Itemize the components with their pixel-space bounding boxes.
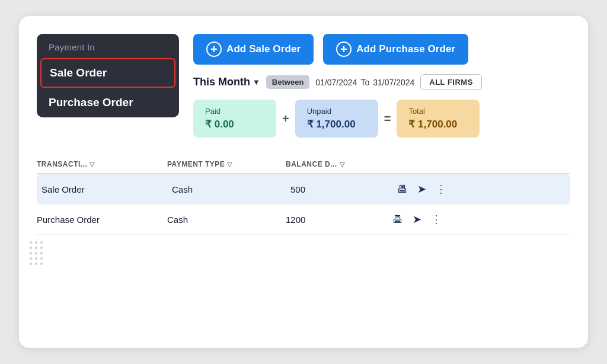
summary-row: Paid ₹ 0.00 + Unpaid ₹ 1,700.00 = Total … [193,100,570,138]
main-card: Payment In Sale Order Purchase Order + A… [19,16,588,348]
sidebar-item-purchase-order[interactable]: Purchase Order [37,88,179,117]
th-payment-type: PAYMENT TYPE ▽ [167,160,286,168]
add-purchase-order-label: Add Purchase Order [356,43,455,55]
th-payment-type-label: PAYMENT TYPE [167,160,225,168]
th-transaction-label: TRANSACTI... [37,160,87,168]
sidebar-item-sale-order-label: Sale Order [50,66,107,79]
date-from: 01/07/2024 [315,78,357,87]
plus-separator: + [282,112,289,126]
table-row: Purchase Order Cash 1200 🖶 ➤ ⋮ [37,205,570,235]
date-range: 01/07/2024 To 31/07/2024 [315,78,414,87]
paid-label: Paid [205,107,264,116]
print-icon-1[interactable]: 🖶 [397,183,408,196]
more-options-icon-2[interactable]: ⋮ [431,213,443,226]
td-payment-type-2: Cash [167,215,286,225]
th-balance-label: BALANCE D... [286,160,337,168]
unpaid-amount: ₹ 1,700.00 [307,118,366,130]
row-actions-1: 🖶 ➤ ⋮ [397,183,566,196]
more-options-icon-1[interactable]: ⋮ [436,183,448,196]
sidebar-menu: Payment In Sale Order Purchase Order [37,34,179,117]
share-icon-2[interactable]: ➤ [413,213,421,226]
sidebar-item-purchase-order-label: Purchase Order [49,96,133,108]
table-row: Sale Order Cash 500 🖶 ➤ ⋮ [37,174,570,205]
add-sale-order-icon: + [206,41,222,57]
right-panel: + Add Sale Order + Add Purchase Order Th… [193,34,570,138]
add-sale-order-button[interactable]: + Add Sale Order [193,34,314,65]
payment-type-filter-icon[interactable]: ▽ [227,161,232,168]
unpaid-label: Unpaid [307,107,366,116]
dots-decoration [30,241,43,265]
td-balance-2: 1200 [286,215,392,225]
unpaid-card: Unpaid ₹ 1,700.00 [295,100,378,138]
add-purchase-order-button[interactable]: + Add Purchase Order [323,34,468,65]
th-transaction: TRANSACTI... ▽ [37,160,167,168]
row-actions-2: 🖶 ➤ ⋮ [392,213,570,226]
sidebar-header: Payment In [37,34,179,58]
th-balance: BALANCE D... ▽ [286,160,392,168]
all-firms-button[interactable]: ALL FIRMS [420,74,482,90]
date-to: 31/07/2024 [373,78,414,87]
th-actions [392,160,570,168]
total-amount: ₹ 1,700.00 [408,118,468,130]
date-to-label: To [360,78,369,87]
print-icon-2[interactable]: 🖶 [392,213,403,226]
table-header: TRANSACTI... ▽ PAYMENT TYPE ▽ BALANCE D.… [37,155,570,174]
month-filter[interactable]: This Month ▼ [193,76,260,88]
td-transaction-2: Purchase Order [37,215,167,225]
paid-card: Paid ₹ 0.00 [193,100,276,138]
share-icon-1[interactable]: ➤ [417,183,426,196]
transaction-filter-icon[interactable]: ▽ [90,161,95,168]
td-transaction-1: Sale Order [41,184,172,194]
between-badge: Between [266,75,309,89]
balance-filter-icon[interactable]: ▽ [340,161,345,168]
td-payment-type-1: Cash [172,184,290,194]
action-buttons: + Add Sale Order + Add Purchase Order [193,34,570,65]
month-label: This Month [193,76,250,88]
td-balance-1: 500 [290,184,397,194]
paid-amount: ₹ 0.00 [205,118,264,130]
total-label: Total [408,107,468,116]
total-card: Total ₹ 1,700.00 [397,100,480,138]
filter-row: This Month ▼ Between 01/07/2024 To 31/07… [193,74,570,90]
sidebar-item-sale-order[interactable]: Sale Order [40,58,175,88]
chevron-down-icon: ▼ [253,78,260,87]
table-section: TRANSACTI... ▽ PAYMENT TYPE ▽ BALANCE D.… [37,155,570,235]
add-purchase-order-icon: + [336,41,352,57]
top-row: Payment In Sale Order Purchase Order + A… [37,34,570,138]
eq-separator: = [384,112,391,126]
add-sale-order-label: Add Sale Order [226,43,301,55]
